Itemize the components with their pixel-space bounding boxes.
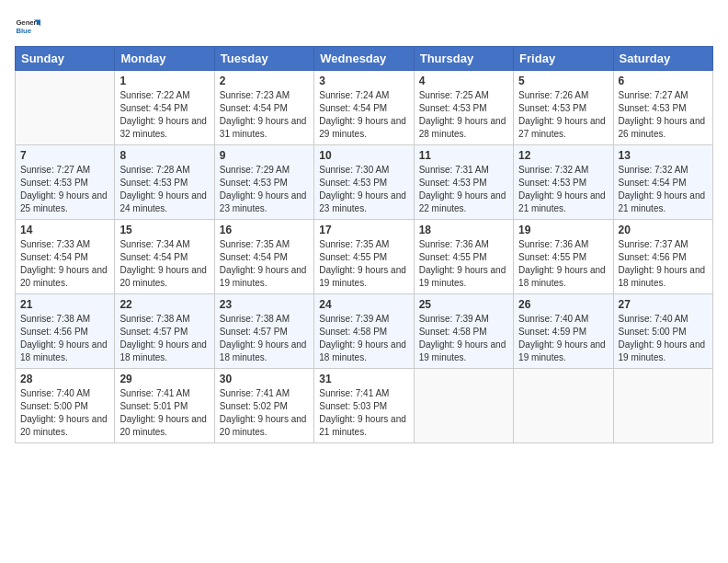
calendar-cell: 6Sunrise: 7:27 AM Sunset: 4:53 PM Daylig… (613, 71, 712, 145)
calendar-cell: 23Sunrise: 7:38 AM Sunset: 4:57 PM Dayli… (214, 294, 313, 369)
logo: General Blue (15, 15, 40, 40)
day-info: Sunrise: 7:23 AM Sunset: 4:54 PM Dayligh… (220, 89, 309, 141)
day-number: 27 (619, 298, 708, 311)
calendar-week-row: 21Sunrise: 7:38 AM Sunset: 4:56 PM Dayli… (16, 294, 713, 369)
column-header-tuesday: Tuesday (214, 47, 313, 71)
calendar-week-row: 28Sunrise: 7:40 AM Sunset: 5:00 PM Dayli… (16, 369, 713, 443)
day-number: 14 (20, 224, 109, 236)
day-info: Sunrise: 7:38 AM Sunset: 4:57 PM Dayligh… (220, 313, 309, 364)
calendar-cell: 8Sunrise: 7:28 AM Sunset: 4:53 PM Daylig… (115, 145, 214, 220)
day-number: 29 (119, 373, 209, 385)
calendar-cell: 28Sunrise: 7:40 AM Sunset: 5:00 PM Dayli… (16, 369, 115, 443)
day-info: Sunrise: 7:31 AM Sunset: 4:53 PM Dayligh… (419, 164, 508, 215)
day-number: 17 (319, 224, 408, 236)
column-header-thursday: Thursday (414, 47, 513, 71)
calendar-cell: 5Sunrise: 7:26 AM Sunset: 4:53 PM Daylig… (514, 71, 613, 145)
day-info: Sunrise: 7:27 AM Sunset: 4:53 PM Dayligh… (619, 89, 708, 141)
day-number: 18 (419, 224, 508, 236)
column-header-wednesday: Wednesday (314, 47, 414, 71)
day-number: 25 (419, 298, 508, 311)
svg-text:Blue: Blue (16, 27, 31, 35)
day-info: Sunrise: 7:35 AM Sunset: 4:55 PM Dayligh… (319, 238, 408, 290)
calendar-table: SundayMondayTuesdayWednesdayThursdayFrid… (15, 46, 713, 443)
calendar-cell: 14Sunrise: 7:33 AM Sunset: 4:54 PM Dayli… (16, 220, 115, 294)
calendar-cell: 1Sunrise: 7:22 AM Sunset: 4:54 PM Daylig… (115, 71, 214, 145)
day-number: 16 (220, 224, 309, 236)
day-info: Sunrise: 7:28 AM Sunset: 4:53 PM Dayligh… (119, 164, 209, 215)
day-number: 5 (518, 75, 608, 87)
day-number: 3 (319, 75, 408, 87)
day-number: 4 (419, 75, 508, 87)
calendar-cell: 18Sunrise: 7:36 AM Sunset: 4:55 PM Dayli… (414, 220, 513, 294)
calendar-cell: 29Sunrise: 7:41 AM Sunset: 5:01 PM Dayli… (115, 369, 214, 443)
day-number: 9 (220, 149, 309, 162)
day-info: Sunrise: 7:38 AM Sunset: 4:57 PM Dayligh… (119, 313, 209, 364)
day-info: Sunrise: 7:26 AM Sunset: 4:53 PM Dayligh… (518, 89, 608, 141)
calendar-cell: 10Sunrise: 7:30 AM Sunset: 4:53 PM Dayli… (314, 145, 414, 220)
day-number: 12 (518, 149, 608, 162)
column-header-saturday: Saturday (613, 47, 712, 71)
column-header-monday: Monday (115, 47, 214, 71)
day-number: 24 (319, 298, 408, 311)
day-info: Sunrise: 7:27 AM Sunset: 4:53 PM Dayligh… (20, 164, 109, 215)
calendar-cell: 22Sunrise: 7:38 AM Sunset: 4:57 PM Dayli… (115, 294, 214, 369)
day-info: Sunrise: 7:35 AM Sunset: 4:54 PM Dayligh… (220, 238, 309, 290)
day-number: 26 (518, 298, 608, 311)
page-header: General Blue (15, 15, 713, 40)
calendar-cell: 12Sunrise: 7:32 AM Sunset: 4:53 PM Dayli… (514, 145, 613, 220)
day-number: 1 (119, 75, 209, 87)
day-info: Sunrise: 7:36 AM Sunset: 4:55 PM Dayligh… (518, 238, 608, 290)
calendar-cell: 19Sunrise: 7:36 AM Sunset: 4:55 PM Dayli… (514, 220, 613, 294)
calendar-cell: 20Sunrise: 7:37 AM Sunset: 4:56 PM Dayli… (613, 220, 712, 294)
column-header-sunday: Sunday (16, 47, 115, 71)
day-number: 10 (319, 149, 408, 162)
calendar-cell: 27Sunrise: 7:40 AM Sunset: 5:00 PM Dayli… (613, 294, 712, 369)
day-number: 22 (119, 298, 209, 311)
day-number: 20 (619, 224, 708, 236)
day-info: Sunrise: 7:24 AM Sunset: 4:54 PM Dayligh… (319, 89, 408, 141)
column-header-friday: Friday (514, 47, 613, 71)
calendar-cell: 3Sunrise: 7:24 AM Sunset: 4:54 PM Daylig… (314, 71, 414, 145)
day-number: 11 (419, 149, 508, 162)
day-number: 19 (518, 224, 608, 236)
calendar-cell: 16Sunrise: 7:35 AM Sunset: 4:54 PM Dayli… (214, 220, 313, 294)
calendar-cell (514, 369, 613, 443)
calendar-cell: 25Sunrise: 7:39 AM Sunset: 4:58 PM Dayli… (414, 294, 513, 369)
day-number: 31 (319, 373, 408, 385)
calendar-cell (16, 71, 115, 145)
day-info: Sunrise: 7:33 AM Sunset: 4:54 PM Dayligh… (20, 238, 109, 290)
day-info: Sunrise: 7:37 AM Sunset: 4:56 PM Dayligh… (619, 238, 708, 290)
calendar-cell: 21Sunrise: 7:38 AM Sunset: 4:56 PM Dayli… (16, 294, 115, 369)
calendar-cell: 24Sunrise: 7:39 AM Sunset: 4:58 PM Dayli… (314, 294, 414, 369)
day-number: 28 (20, 373, 109, 385)
day-info: Sunrise: 7:36 AM Sunset: 4:55 PM Dayligh… (419, 238, 508, 290)
calendar-cell: 13Sunrise: 7:32 AM Sunset: 4:54 PM Dayli… (613, 145, 712, 220)
day-info: Sunrise: 7:29 AM Sunset: 4:53 PM Dayligh… (220, 164, 309, 215)
day-info: Sunrise: 7:40 AM Sunset: 5:00 PM Dayligh… (20, 387, 109, 439)
day-number: 21 (20, 298, 109, 311)
calendar-week-row: 14Sunrise: 7:33 AM Sunset: 4:54 PM Dayli… (16, 220, 713, 294)
day-info: Sunrise: 7:25 AM Sunset: 4:53 PM Dayligh… (419, 89, 508, 141)
day-number: 30 (220, 373, 309, 385)
calendar-week-row: 1Sunrise: 7:22 AM Sunset: 4:54 PM Daylig… (16, 71, 713, 145)
day-info: Sunrise: 7:41 AM Sunset: 5:02 PM Dayligh… (220, 387, 309, 439)
day-number: 23 (220, 298, 309, 311)
day-info: Sunrise: 7:38 AM Sunset: 4:56 PM Dayligh… (20, 313, 109, 364)
logo-icon: General Blue (15, 15, 40, 40)
calendar-cell: 17Sunrise: 7:35 AM Sunset: 4:55 PM Dayli… (314, 220, 414, 294)
calendar-cell: 11Sunrise: 7:31 AM Sunset: 4:53 PM Dayli… (414, 145, 513, 220)
day-number: 7 (20, 149, 109, 162)
day-info: Sunrise: 7:32 AM Sunset: 4:53 PM Dayligh… (518, 164, 608, 215)
calendar-cell: 4Sunrise: 7:25 AM Sunset: 4:53 PM Daylig… (414, 71, 513, 145)
calendar-week-row: 7Sunrise: 7:27 AM Sunset: 4:53 PM Daylig… (16, 145, 713, 220)
day-number: 6 (619, 75, 708, 87)
day-info: Sunrise: 7:32 AM Sunset: 4:54 PM Dayligh… (619, 164, 708, 215)
day-info: Sunrise: 7:41 AM Sunset: 5:03 PM Dayligh… (319, 387, 408, 439)
calendar-cell: 26Sunrise: 7:40 AM Sunset: 4:59 PM Dayli… (514, 294, 613, 369)
day-info: Sunrise: 7:39 AM Sunset: 4:58 PM Dayligh… (419, 313, 508, 364)
calendar-cell: 9Sunrise: 7:29 AM Sunset: 4:53 PM Daylig… (214, 145, 313, 220)
day-info: Sunrise: 7:30 AM Sunset: 4:53 PM Dayligh… (319, 164, 408, 215)
day-info: Sunrise: 7:41 AM Sunset: 5:01 PM Dayligh… (119, 387, 209, 439)
calendar-cell: 15Sunrise: 7:34 AM Sunset: 4:54 PM Dayli… (115, 220, 214, 294)
day-info: Sunrise: 7:40 AM Sunset: 4:59 PM Dayligh… (518, 313, 608, 364)
